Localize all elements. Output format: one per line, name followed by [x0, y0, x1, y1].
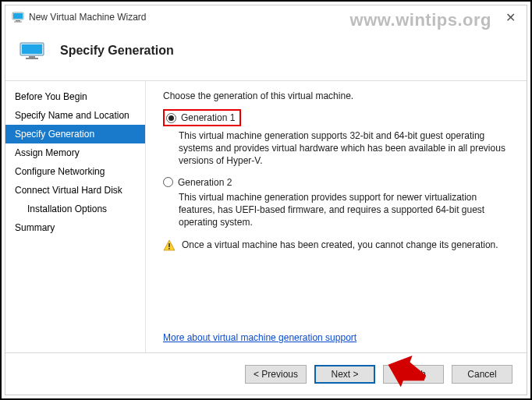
- next-button[interactable]: Next >: [314, 365, 375, 384]
- svg-rect-7: [26, 58, 38, 59]
- svg-rect-5: [22, 44, 42, 54]
- sidebar-item-assign-memory[interactable]: Assign Memory: [5, 143, 145, 162]
- finish-button[interactable]: Finish: [383, 365, 444, 384]
- vm-icon: [12, 11, 24, 23]
- sidebar-item-specify-name[interactable]: Specify Name and Location: [5, 106, 145, 125]
- wizard-window: New Virtual Machine Wizard ✕ www.wintips…: [5, 5, 527, 395]
- svg-rect-2: [16, 20, 20, 22]
- sidebar-item-summary[interactable]: Summary: [5, 218, 145, 237]
- link-more-about-generation[interactable]: More about virtual machine generation su…: [163, 332, 356, 343]
- header-monitor-icon: [20, 42, 44, 59]
- label-generation-1[interactable]: Generation 1: [181, 112, 235, 123]
- sidebar: Before You Begin Specify Name and Locati…: [5, 81, 146, 352]
- svg-rect-8: [168, 243, 170, 247]
- sidebar-item-connect-vhd[interactable]: Connect Virtual Hard Disk: [5, 181, 145, 200]
- page-title: Specify Generation: [60, 44, 174, 58]
- svg-rect-9: [168, 248, 170, 250]
- warning-icon: [163, 239, 176, 254]
- warning-row: Once a virtual machine has been created,…: [163, 239, 512, 254]
- window-title: New Virtual Machine Wizard: [29, 12, 147, 23]
- radio-generation-1[interactable]: [166, 113, 176, 123]
- previous-button[interactable]: < Previous: [245, 365, 307, 384]
- label-generation-2[interactable]: Generation 2: [178, 177, 232, 188]
- option-generation-2: Generation 2 This virtual machine genera…: [163, 177, 512, 229]
- content-area: Before You Begin Specify Name and Locati…: [5, 80, 527, 352]
- option-generation-1: Generation 1 This virtual machine genera…: [163, 109, 512, 168]
- desc-generation-2: This virtual machine generation provides…: [179, 191, 512, 229]
- main-panel: Choose the generation of this virtual ma…: [146, 81, 527, 352]
- header: Specify Generation: [5, 29, 527, 73]
- svg-rect-6: [29, 56, 35, 58]
- titlebar: New Virtual Machine Wizard ✕: [5, 5, 527, 29]
- svg-rect-1: [13, 13, 23, 19]
- sidebar-item-before-you-begin[interactable]: Before You Begin: [5, 87, 145, 106]
- intro-text: Choose the generation of this virtual ma…: [163, 90, 512, 101]
- sidebar-item-specify-generation[interactable]: Specify Generation: [5, 125, 145, 143]
- warning-text: Once a virtual machine has been created,…: [182, 239, 498, 250]
- radio-generation-2[interactable]: [163, 177, 173, 187]
- footer: < Previous Next > Finish Cancel: [5, 352, 527, 395]
- close-button[interactable]: ✕: [501, 10, 520, 25]
- svg-rect-3: [14, 22, 22, 23]
- highlight-generation-1: Generation 1: [163, 109, 241, 126]
- sidebar-item-configure-networking[interactable]: Configure Networking: [5, 162, 145, 181]
- desc-generation-1: This virtual machine generation supports…: [179, 129, 512, 168]
- sidebar-item-installation-options[interactable]: Installation Options: [5, 200, 145, 218]
- cancel-button[interactable]: Cancel: [452, 365, 512, 384]
